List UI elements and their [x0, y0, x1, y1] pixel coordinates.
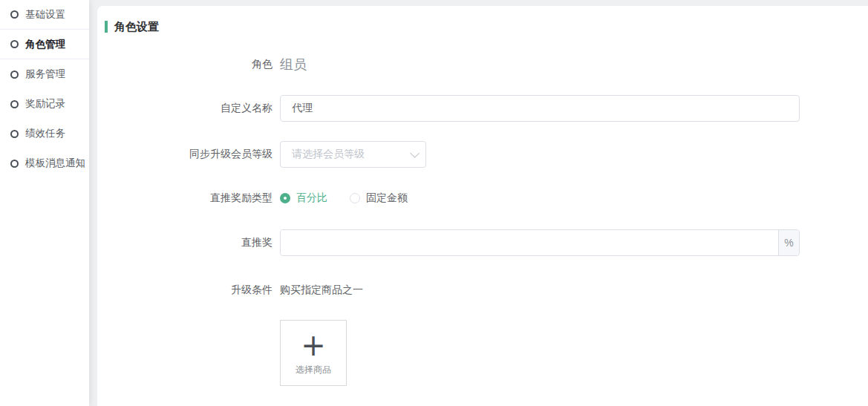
role-label: 角色 [105, 58, 280, 71]
page-title: 角色设置 [114, 20, 159, 34]
sidebar-item-reward-records[interactable]: 奖励记录 [0, 89, 89, 119]
form-row-direct-reward: 直推奖 % [105, 229, 868, 256]
circle-icon [10, 100, 19, 108]
member-level-select[interactable]: 请选择会员等级 [280, 141, 426, 168]
radio-percentage[interactable]: 百分比 [280, 191, 327, 205]
member-level-label: 同步升级会员等级 [105, 148, 280, 161]
circle-icon [10, 130, 19, 138]
radio-label: 百分比 [296, 191, 327, 205]
form-row-product-picker: + 选择商品 [105, 320, 868, 386]
direct-reward-input-group: % [280, 229, 800, 256]
circle-icon [10, 10, 19, 19]
accent-bar [105, 21, 108, 33]
panel-title: 角色设置 [105, 21, 868, 33]
sidebar-item-label: 模板消息通知 [25, 157, 85, 170]
radio-fixed-amount[interactable]: 固定金额 [350, 191, 408, 205]
sidebar-item-label: 基础设置 [25, 8, 65, 22]
select-product-button[interactable]: + 选择商品 [280, 320, 347, 386]
sidebar-item-basic-settings[interactable]: 基础设置 [0, 0, 89, 30]
radio-label: 固定金额 [366, 191, 408, 205]
sidebar-item-label: 角色管理 [25, 38, 65, 51]
custom-name-input[interactable] [280, 95, 800, 122]
sidebar-item-performance-tasks[interactable]: 绩效任务 [0, 119, 89, 148]
sidebar-item-label: 绩效任务 [25, 127, 65, 140]
upgrade-condition-label: 升级条件 [105, 284, 280, 297]
reward-type-label: 直推奖励类型 [105, 191, 280, 205]
circle-icon [10, 71, 19, 79]
custom-name-label: 自定义名称 [105, 102, 280, 115]
sidebar-item-role-management[interactable]: 角色管理 [0, 30, 89, 59]
sidebar-item-label: 奖励记录 [25, 97, 65, 111]
select-product-label: 选择商品 [296, 364, 331, 376]
form-row-reward-type: 直推奖励类型 百分比 固定金额 [105, 191, 868, 205]
chevron-down-icon [410, 148, 420, 158]
sidebar-item-service-management[interactable]: 服务管理 [0, 59, 89, 89]
direct-reward-input[interactable] [281, 230, 778, 255]
radio-unselected-icon [350, 193, 360, 203]
form-row-upgrade-condition: 升级条件 购买指定商品之一 [105, 283, 868, 298]
select-placeholder: 请选择会员等级 [292, 148, 410, 161]
role-form: 角色 组员 自定义名称 同步升级会员等级 请选择会员等级 直推奖励类型 百分比 [105, 55, 868, 386]
percent-suffix: % [778, 230, 799, 255]
sidebar: 基础设置 角色管理 服务管理 奖励记录 绩效任务 模板消息通知 [0, 0, 89, 406]
main-area: 角色设置 角色 组员 自定义名称 同步升级会员等级 请选择会员等级 直推奖励类型 [89, 0, 868, 406]
direct-reward-label: 直推奖 [105, 236, 280, 249]
radio-selected-icon [280, 193, 290, 203]
circle-icon [10, 160, 19, 168]
form-row-custom-name: 自定义名称 [105, 95, 868, 122]
role-value: 组员 [280, 56, 307, 73]
form-row-member-level: 同步升级会员等级 请选择会员等级 [105, 141, 868, 168]
form-row-role: 角色 组员 [105, 55, 868, 74]
upgrade-condition-value: 购买指定商品之一 [280, 284, 363, 297]
role-settings-panel: 角色设置 角色 组员 自定义名称 同步升级会员等级 请选择会员等级 直推奖励类型 [97, 6, 868, 406]
sidebar-item-label: 服务管理 [25, 68, 65, 81]
circle-icon [10, 40, 19, 48]
plus-icon: + [301, 331, 326, 359]
sidebar-item-template-message-notify[interactable]: 模板消息通知 [0, 148, 89, 178]
